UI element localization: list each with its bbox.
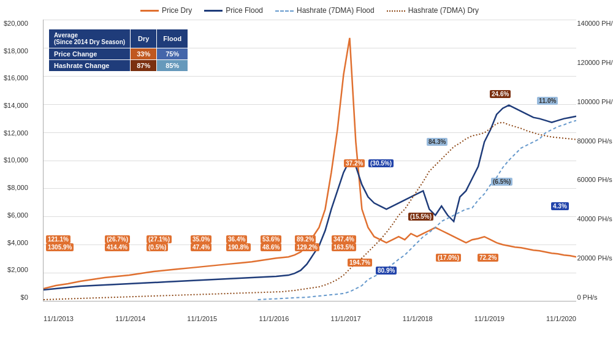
x-axis: 11/1/2013 11/1/2014 11/1/2015 11/1/2016 …	[44, 315, 576, 322]
chart-legend: Price Dry Price Flood Hashrate (7DMA) Fl…	[43, 6, 576, 15]
legend-line-brown-dotted	[387, 10, 405, 12]
legend-label-hashrate-flood: Hashrate (7DMA) Flood	[297, 6, 375, 15]
table-price-flood: 75%	[157, 48, 188, 60]
y-label-18000: $18,000	[4, 47, 28, 55]
table-row-price-label: Price Change	[49, 48, 131, 60]
badge-orange-722: 72.2%	[478, 254, 498, 262]
badge-blue-305: (30.5%)	[368, 159, 394, 167]
x-label-2014: 11/1/2014	[115, 315, 145, 322]
table-hashrate-dry: 87%	[131, 60, 157, 72]
badge-blue-43: 4.3%	[551, 202, 569, 210]
x-label-2019: 11/1/2019	[474, 315, 504, 322]
y-label-14000: $14,000	[4, 102, 28, 109]
badge-orange-271: (27.1%)	[147, 235, 172, 243]
badge-orange-4144: 414.4%	[105, 243, 129, 251]
badge-orange-486: 48.6%	[261, 243, 281, 251]
legend-label-price-dry: Price Dry	[162, 6, 192, 15]
y-right-140000: 140000 PH/s	[577, 20, 613, 27]
y-axis-left: $20,000 $18,000 $16,000 $14,000 $12,000 …	[4, 20, 28, 301]
badge-orange-1635: 163.5%	[332, 243, 356, 251]
x-label-2017: 11/1/2017	[331, 315, 361, 322]
table-hashrate-flood: 85%	[157, 60, 188, 72]
x-label-2013: 11/1/2013	[44, 315, 74, 322]
y-label-8000: $8,000	[4, 184, 28, 191]
legend-line-orange	[140, 10, 159, 12]
x-label-2015: 11/1/2015	[187, 315, 217, 322]
legend-price-flood: Price Flood	[204, 6, 263, 15]
badge-orange-536: 53.6%	[261, 235, 281, 243]
y-axis-right: 140000 PH/s 120000 PH/s 100000 PH/s 8000…	[577, 20, 613, 301]
legend-line-blue	[204, 10, 223, 12]
chart-area: $20,000 $18,000 $16,000 $14,000 $12,000 …	[43, 20, 576, 301]
badge-lightblue-65: (6.5%)	[491, 178, 512, 186]
badge-orange-1211: 121.1%	[46, 235, 70, 243]
y-right-60000: 60000 PH/s	[577, 176, 613, 183]
y-label-6000: $6,000	[4, 211, 28, 219]
legend-price-dry: Price Dry	[140, 6, 192, 15]
y-label-0: $0	[4, 294, 28, 301]
badge-orange-05: (0.5%)	[147, 243, 168, 251]
legend-label-price-flood: Price Flood	[226, 6, 263, 15]
y-label-20000: $20,000	[4, 20, 28, 27]
y-right-120000: 120000 PH/s	[577, 59, 613, 66]
y-right-0: 0 PH/s	[577, 294, 613, 301]
x-label-2020: 11/1/2020	[546, 315, 576, 322]
table-header-dry: Dry	[131, 29, 157, 48]
badge-orange-474: 47.4%	[191, 243, 211, 251]
badge-lightblue-843: 84.3%	[427, 138, 447, 146]
badge-orange-267: (26.7%)	[105, 235, 130, 243]
table-header-flood: Flood	[157, 29, 188, 48]
y-label-10000: $10,000	[4, 156, 28, 164]
badge-orange-350: 35.0%	[191, 235, 211, 243]
info-table: Average(Since 2014 Dry Season) Dry Flood…	[48, 29, 188, 72]
table-price-dry: 33%	[131, 48, 157, 60]
badge-orange-170: (17.0%)	[436, 254, 461, 262]
badge-orange-1908: 190.8%	[226, 243, 251, 251]
badge-orange-1292: 129.2%	[295, 243, 319, 251]
badge-orange-372: 37.2%	[344, 159, 365, 167]
legend-line-blue-dashed	[275, 10, 294, 12]
x-label-2016: 11/1/2016	[259, 315, 289, 322]
badge-lightblue-110: 11.0%	[537, 97, 558, 105]
y-label-12000: $12,000	[4, 129, 28, 137]
y-label-2000: $2,000	[4, 266, 28, 273]
badge-orange-364: 36.4%	[226, 235, 247, 243]
x-label-2018: 11/1/2018	[403, 315, 433, 322]
badge-orange-892: 89.2%	[295, 235, 316, 243]
badge-blue-809: 80.9%	[376, 267, 397, 275]
table-header-average: Average(Since 2014 Dry Season)	[49, 29, 131, 48]
y-label-16000: $16,000	[4, 74, 28, 82]
table-row-hashrate-label: Hashrate Change	[49, 60, 131, 72]
legend-label-hashrate-dry: Hashrate (7DMA) Dry	[408, 6, 479, 15]
badge-brown-246: 24.6%	[490, 90, 511, 98]
legend-hashrate-flood: Hashrate (7DMA) Flood	[275, 6, 375, 15]
badge-brown-155: (15.5%)	[408, 213, 433, 221]
badge-orange-1947: 194.7%	[348, 259, 372, 267]
badge-orange-13059: 1305.9%	[46, 243, 74, 251]
y-label-4000: $4,000	[4, 239, 28, 246]
legend-hashrate-dry: Hashrate (7DMA) Dry	[387, 6, 479, 15]
badge-orange-3474: 347.4%	[332, 235, 356, 243]
y-right-100000: 100000 PH/s	[577, 98, 613, 105]
y-right-40000: 40000 PH/s	[577, 215, 613, 222]
chart-container: Price Dry Price Flood Hashrate (7DMA) Fl…	[0, 0, 613, 364]
y-right-20000: 20000 PH/s	[577, 254, 613, 262]
y-right-80000: 80000 PH/s	[577, 137, 613, 145]
